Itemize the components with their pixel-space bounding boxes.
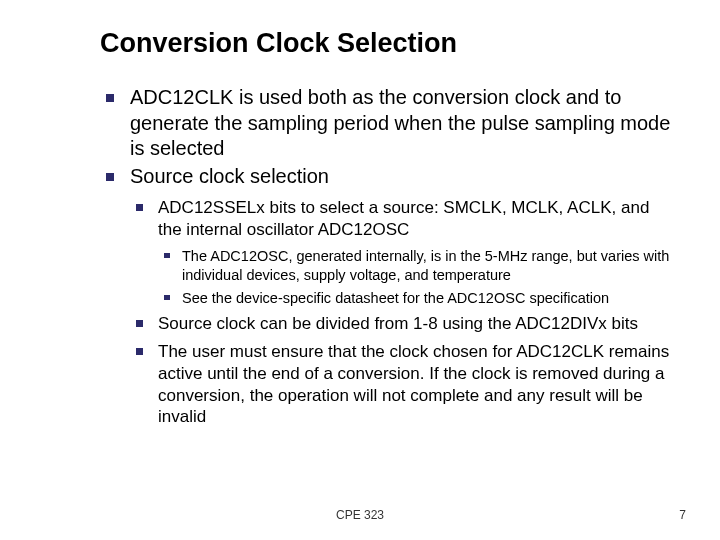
footer-course: CPE 323 bbox=[0, 508, 720, 522]
bullet-list-level3: The ADC12OSC, generated internally, is i… bbox=[158, 247, 676, 308]
footer-page-number: 7 bbox=[679, 508, 686, 522]
list-item: ADC12CLK is used both as the conversion … bbox=[100, 85, 676, 162]
bullet-text: Source clock selection bbox=[130, 165, 329, 187]
list-item: ADC12SSELx bits to select a source: SMCL… bbox=[130, 197, 676, 307]
slide-title: Conversion Clock Selection bbox=[100, 28, 676, 59]
slide: Conversion Clock Selection ADC12CLK is u… bbox=[0, 0, 720, 540]
bullet-text: The ADC12OSC, generated internally, is i… bbox=[182, 248, 669, 283]
bullet-list-level2: ADC12SSELx bits to select a source: SMCL… bbox=[130, 197, 676, 428]
list-item: The user must ensure that the clock chos… bbox=[130, 341, 676, 428]
bullet-text: See the device-specific datasheet for th… bbox=[182, 290, 609, 306]
list-item: Source clock can be divided from 1-8 usi… bbox=[130, 313, 676, 335]
list-item: Source clock selection ADC12SSELx bits t… bbox=[100, 164, 676, 428]
bullet-text: The user must ensure that the clock chos… bbox=[158, 342, 669, 426]
bullet-list-level1: ADC12CLK is used both as the conversion … bbox=[100, 85, 676, 428]
list-item: See the device-specific datasheet for th… bbox=[158, 289, 676, 308]
bullet-text: Source clock can be divided from 1-8 usi… bbox=[158, 314, 638, 333]
list-item: The ADC12OSC, generated internally, is i… bbox=[158, 247, 676, 285]
bullet-text: ADC12CLK is used both as the conversion … bbox=[130, 86, 670, 159]
bullet-text: ADC12SSELx bits to select a source: SMCL… bbox=[158, 198, 649, 239]
